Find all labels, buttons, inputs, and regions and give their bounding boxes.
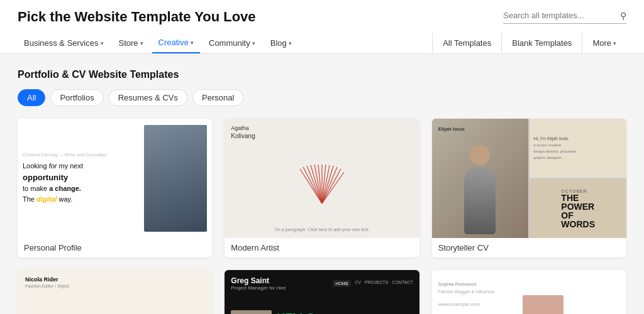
search-input[interactable]: [503, 11, 616, 20]
template-card-modern-artist[interactable]: Agatha Kolivang: [225, 119, 419, 257]
template-card-greg[interactable]: Greg Saint Project Manager for Hire HOME…: [225, 270, 419, 314]
header-top: Pick the Website Template You Love ⚲: [18, 9, 626, 25]
filter-tabs: All Portfolios Resumes & CVs Personal: [18, 89, 626, 106]
nav-more[interactable]: More ▾: [582, 33, 626, 53]
template-preview-personal: Christina Farming — Writer and Consultan…: [18, 119, 212, 238]
template-card-storyteller[interactable]: Elijah louis Hi, I'm Elijah louis.a seni…: [432, 119, 626, 257]
template-preview-artist: Agatha Kolivang: [225, 119, 419, 238]
template-card-personal-profile[interactable]: Christina Farming — Writer and Consultan…: [18, 119, 212, 257]
filter-portfolios[interactable]: Portfolios: [50, 89, 103, 106]
main-nav: Business & Services ▾ Store ▾ Creative ▾…: [18, 33, 626, 53]
content-area: Portfolio & CV Website Templates All Por…: [0, 54, 644, 314]
template-preview-nicola: Nicola Rider Fashion Editor / Stylist He…: [18, 270, 212, 314]
personal-profile-text: Christina Farming — Writer and Consultan…: [23, 153, 139, 204]
chevron-icon: ▾: [191, 40, 194, 46]
filter-resumes[interactable]: Resumes & CVs: [109, 89, 187, 106]
chevron-down-icon: ▾: [613, 40, 616, 46]
template-card-sophia[interactable]: Sophia Romanos Fashion Blogger & Influen…: [432, 270, 626, 314]
personal-profile-photo: [144, 125, 207, 232]
filter-personal[interactable]: Personal: [192, 89, 243, 106]
page-title: Pick the Website Template You Love: [18, 9, 256, 25]
template-card-nicola[interactable]: Nicola Rider Fashion Editor / Stylist He…: [18, 270, 212, 314]
nav-item-creative[interactable]: Creative ▾: [152, 33, 200, 53]
search-icon[interactable]: ⚲: [620, 11, 626, 21]
chevron-icon: ▾: [289, 40, 292, 46]
chevron-icon: ▾: [101, 40, 104, 46]
template-preview-storyteller: Elijah louis Hi, I'm Elijah louis.a seni…: [432, 119, 626, 238]
nav-all-templates[interactable]: All Templates: [432, 33, 501, 53]
header: Pick the Website Template You Love ⚲ Bus…: [0, 0, 644, 54]
template-label: Storyteller CV: [432, 238, 626, 257]
section-title: Portfolio & CV Website Templates: [18, 69, 626, 80]
nav-item-business[interactable]: Business & Services ▾: [18, 33, 110, 53]
template-grid: Christina Farming — Writer and Consultan…: [18, 119, 626, 314]
nav-left: Business & Services ▾ Store ▾ Creative ▾…: [18, 33, 298, 53]
svg-line-2: [307, 166, 322, 203]
chevron-icon: ▾: [140, 40, 143, 46]
nav-item-community[interactable]: Community ▾: [203, 33, 262, 53]
search-bar[interactable]: ⚲: [503, 11, 626, 24]
filter-all[interactable]: All: [18, 89, 45, 106]
nav-blank-templates[interactable]: Blank Templates: [501, 33, 582, 53]
template-label: Personal Profile: [18, 238, 212, 257]
nav-item-store[interactable]: Store ▾: [113, 33, 150, 53]
template-preview-greg: Greg Saint Project Manager for Hire HOME…: [225, 270, 419, 314]
nav-item-blog[interactable]: Blog ▾: [264, 33, 298, 53]
template-label: Modern Artist: [225, 238, 419, 257]
chevron-icon: ▾: [252, 40, 255, 46]
nav-right: All Templates Blank Templates More ▾: [432, 33, 626, 53]
template-preview-sophia: Sophia Romanos Fashion Blogger & Influen…: [432, 270, 626, 314]
fan-artwork: [297, 160, 347, 210]
